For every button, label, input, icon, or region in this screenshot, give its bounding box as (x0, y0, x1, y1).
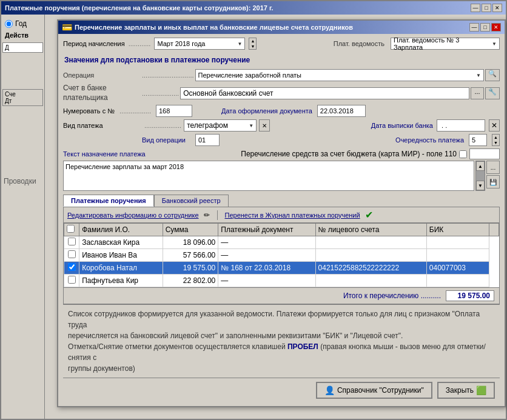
textarea-action-btn2[interactable]: 💾 (486, 175, 500, 188)
date-bank-clear-btn[interactable]: ✕ (489, 119, 500, 132)
transfer-journal-link[interactable]: Перенести в Журнал платежных поручений (225, 212, 360, 219)
spravochnik-btn[interactable]: 👤 Справочник "Сотрудники" (316, 382, 432, 399)
inner-titlebar-left: 💳 Перечисление зарплаты и иных выплат на… (62, 22, 353, 32)
schet-dots: .................... (142, 90, 179, 97)
left-panel: Год Действ Д СчеДт Провод­ки (1, 15, 45, 419)
ocher-spin-up[interactable]: ▲ (492, 135, 499, 140)
year-radio[interactable] (5, 20, 13, 28)
scroll-track (476, 171, 485, 181)
schet-label: Счет в банкеплательщика (63, 84, 142, 102)
row-checkbox-2[interactable] (68, 263, 76, 271)
schet-row: Счет в банкеплательщика ................… (63, 84, 500, 102)
select-all-checkbox[interactable] (67, 225, 75, 233)
inner-minimize-btn[interactable]: — (469, 23, 479, 32)
vid-op-label: Вид операции (142, 136, 190, 144)
row-checkbox-1[interactable] (68, 250, 76, 258)
sidebar-item-d[interactable]: Д (2, 42, 43, 53)
period-value: Март 2018 года (157, 40, 235, 47)
period-spinner[interactable]: ▲ ▼ (249, 38, 257, 50)
row-bik-2: 040077003 (426, 262, 489, 275)
mir-field[interactable] (469, 148, 500, 159)
plat-combo[interactable]: Плат. ведомость № 3 Зарплата ▼ (391, 38, 500, 50)
row-doc-2: № 168 от 22.03.2018 (218, 262, 315, 275)
period-dots: ............ (129, 40, 151, 47)
inner-maximize-btn[interactable]: □ (480, 23, 490, 32)
row-check-cell (64, 275, 79, 287)
inner-titlebar: 💳 Перечисление зарплаты и иных выплат на… (58, 21, 505, 34)
edit-employee-link[interactable]: Редактировать информацию о сотруднике (67, 212, 199, 219)
sidebar-item-schet[interactable]: СчеДт (2, 89, 43, 106)
table-row[interactable]: Заславская Кира 18 096.00 — (64, 236, 499, 249)
schet-lookup-btn[interactable]: ... (471, 87, 484, 99)
plat-label: Плат. ведомость (334, 40, 384, 47)
outer-close-btn[interactable]: ✕ (492, 4, 502, 12)
spin-down-btn[interactable]: ▼ (249, 44, 256, 49)
inner-title: Перечисление зарплаты и иных выплат на б… (75, 24, 353, 31)
mir-checkbox[interactable] (459, 150, 467, 158)
action-label: Действ (2, 30, 43, 40)
period-row: Период начисления ............ Март 2018… (63, 38, 500, 50)
textarea-scrollbar[interactable]: ▲ ▼ (475, 161, 485, 191)
vid-value: телеграфом (187, 121, 228, 130)
inner-close-btn[interactable]: ✕ (491, 23, 501, 32)
vid-clear-btn[interactable]: ✕ (259, 119, 270, 132)
schet-action-btn[interactable]: 🔧 (485, 87, 500, 99)
info-line1: Список сотрудников формируется для указа… (68, 308, 495, 330)
text-naz-textarea[interactable]: Перечисление зарплаты за март 2018 (63, 161, 474, 191)
zakryt-btn[interactable]: Закрыть 🟩 (437, 382, 495, 399)
row-checkbox-3[interactable] (68, 276, 76, 284)
operation-dots: ............................ (142, 72, 194, 79)
row-checkbox-0[interactable] (68, 238, 76, 245)
mir-label: Перечисление средств за счет бюджета (ка… (241, 150, 457, 158)
outer-body: Год Действ Д СчеДт Провод­ки 💳 (1, 15, 506, 419)
numerat-label: Нумеровать с № (63, 107, 115, 115)
period-label: Период начисления (63, 40, 125, 47)
operation-arrow-icon: ▼ (476, 73, 481, 78)
table-row[interactable]: Пафнутьева Кир 22 802.00 — (64, 275, 499, 287)
vid-op-input[interactable] (195, 134, 220, 146)
table-row[interactable]: Коробова Натал 19 575.00 № 168 от 22.03.… (64, 262, 499, 275)
schet-label-text: Счет в банкеплательщика (63, 84, 108, 102)
year-label: Год (15, 19, 27, 28)
date-input[interactable] (317, 105, 366, 117)
schet-input[interactable]: Основной банковский счет (180, 87, 469, 99)
row-check-cell (64, 262, 79, 275)
tab-bank-reestr[interactable]: Банковский реестр (154, 195, 229, 207)
ocher-input[interactable] (469, 134, 487, 146)
main-area: 💳 Перечисление зарплаты и иных выплат на… (45, 15, 506, 419)
spravochnik-icon: 👤 (324, 385, 335, 395)
outer-minimize-btn[interactable]: — (471, 4, 480, 12)
numerat-input[interactable] (156, 105, 192, 117)
scroll-up-btn[interactable]: ▲ (476, 161, 485, 171)
operation-lookup-btn[interactable]: 🔍 (485, 69, 500, 81)
textarea-action-btn1[interactable]: ... (486, 161, 500, 174)
ocher-spinner[interactable]: ▲ ▼ (492, 134, 500, 146)
row-account-2: 04215225882522222222 (315, 262, 426, 275)
vid-combo[interactable]: телеграфом ▼ (184, 119, 257, 132)
row-account-3 (315, 275, 426, 287)
date-bank-input[interactable] (437, 119, 485, 132)
date-bank-label: Дата выписки банка (371, 122, 433, 129)
operation-row: Операция ............................ Пе… (63, 69, 500, 81)
edit-icon[interactable]: ✏ (204, 211, 210, 219)
tab-platezhnye[interactable]: Платежные поручения (63, 195, 154, 207)
vid-arrow-icon: ▼ (249, 123, 254, 128)
row-doc-3: — (218, 275, 315, 287)
scroll-down-btn[interactable]: ▼ (476, 181, 485, 190)
operation-combo[interactable]: Перечисление заработной платы ▼ (195, 69, 484, 81)
schet-value: Основной банковский счет (183, 89, 273, 98)
vid-label: Вид платежа (63, 122, 142, 129)
outer-maximize-btn[interactable]: □ (482, 4, 491, 12)
ocher-spin-down[interactable]: ▼ (492, 140, 499, 145)
table-row[interactable]: Иванов Иван Ва 57 566.00 — (64, 249, 499, 262)
zakryt-icon: 🟩 (476, 385, 486, 395)
transfer-icon: ✔ (365, 209, 373, 221)
vid-dots: .................... (144, 122, 181, 129)
row-account-1 (315, 249, 426, 262)
period-combo[interactable]: Март 2018 года ▼ (154, 38, 245, 50)
spin-up-btn[interactable]: ▲ (249, 38, 256, 44)
total-row: Итого к перечислению .......... 19 575.0… (64, 287, 499, 304)
inner-dialog: 💳 Перечисление зарплаты и иных выплат на… (57, 19, 506, 407)
operation-value: Перечисление заработной платы (198, 72, 474, 79)
row-check-cell (64, 249, 79, 262)
